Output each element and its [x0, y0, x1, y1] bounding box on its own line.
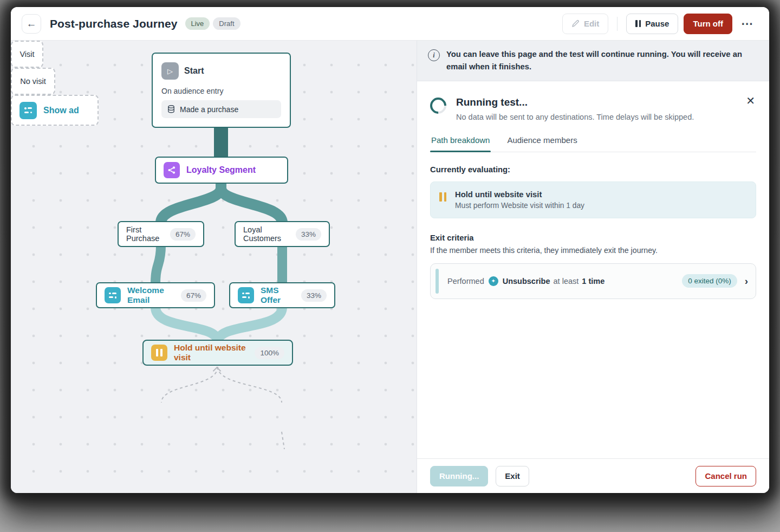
exit-button[interactable]: Exit: [496, 466, 529, 486]
action-node-label: Welcome Email: [127, 286, 174, 305]
running-button[interactable]: Running...: [430, 466, 488, 486]
close-panel-button[interactable]: ✕: [746, 94, 755, 107]
panel-footer: Running... Exit Cancel run: [417, 458, 769, 493]
node-start[interactable]: ▷ Start On audience entry Made a purchas…: [152, 53, 291, 128]
pencil-icon: [571, 20, 580, 28]
info-banner: i You can leave this page and the test w…: [417, 41, 769, 81]
test-run-panel: i You can leave this page and the test w…: [417, 41, 769, 493]
times-value: 1 time: [582, 277, 604, 286]
branch-label: First Purchase: [126, 225, 164, 243]
running-test-subtitle: No data will be sent to any destinations…: [456, 113, 694, 121]
metric-icon: ✦: [489, 276, 498, 286]
panel-tabs: Path breakdown Audience members: [430, 135, 756, 152]
currently-evaluating-label: Currently evaluating:: [430, 165, 756, 174]
start-trigger-label: Made a purchase: [180, 105, 238, 114]
panel-body: ✕ Running test... No data will be sent t…: [417, 81, 769, 458]
node-first-purchase[interactable]: First Purchase 67%: [118, 221, 204, 247]
pause-icon: [635, 20, 641, 27]
evaluating-step-title: Hold until website visit: [455, 190, 584, 199]
header-actions: Edit Pause Turn off ⋯: [562, 14, 757, 34]
action-percent-badge: 33%: [301, 289, 327, 302]
node-welcome-email[interactable]: Welcome Email 67%: [96, 282, 215, 308]
hold-percent-badge: 100%: [255, 347, 284, 359]
back-arrow-icon: ←: [27, 18, 37, 30]
tab-audience-members[interactable]: Audience members: [506, 135, 578, 152]
action-percent-badge: 67%: [181, 289, 206, 302]
branch-percent-badge: 33%: [296, 228, 321, 241]
currently-evaluating-card: Hold until website visit Must perform We…: [430, 181, 756, 218]
chevron-right-icon: ›: [745, 276, 748, 286]
node-hold-until-visit[interactable]: Hold until website visit 100%: [142, 340, 293, 366]
branch-percent-badge: 67%: [170, 228, 196, 241]
at-least-label: at least: [554, 277, 579, 286]
info-banner-text: You can leave this page and the test wil…: [446, 48, 756, 73]
start-node-title: Start: [184, 66, 204, 76]
more-menu-button[interactable]: ⋯: [738, 19, 757, 29]
app-window: ← Post-purchase Journey Live Draft Edit …: [11, 7, 769, 493]
branch-label: Loyal Customers: [243, 225, 289, 243]
info-icon: i: [428, 49, 440, 61]
node-sms-offer[interactable]: SMS Offer 33%: [229, 282, 335, 308]
header: ← Post-purchase Journey Live Draft Edit …: [11, 7, 769, 41]
metric-name: Unsubscribe: [503, 277, 550, 286]
journey-canvas[interactable]: ▷ Start On audience entry Made a purchas…: [11, 41, 417, 493]
exited-count-badge: 0 exited (0%): [682, 274, 737, 288]
hold-node-label: Hold until website visit: [174, 343, 248, 362]
header-divider: [617, 17, 618, 31]
pause-button[interactable]: Pause: [626, 14, 678, 34]
node-loyal-customers[interactable]: Loyal Customers 33%: [235, 221, 330, 247]
edit-button[interactable]: Edit: [562, 14, 608, 34]
evaluating-step-desc: Must perform Website visit within 1 day: [455, 202, 584, 210]
start-trigger-chip[interactable]: Made a purchase: [161, 100, 281, 118]
ellipsis-icon: ⋯: [741, 17, 754, 30]
play-icon: ▷: [161, 62, 179, 80]
close-icon: ✕: [746, 95, 755, 107]
edit-label: Edit: [584, 19, 599, 28]
action-node-label: SMS Offer: [261, 286, 295, 305]
exit-criteria-desc: If the member meets this criteria, they …: [430, 246, 756, 255]
running-test-title: Running test...: [456, 96, 694, 108]
turn-off-button[interactable]: Turn off: [684, 14, 732, 34]
back-button[interactable]: ←: [22, 14, 41, 34]
exit-criteria-title: Exit criteria: [430, 233, 756, 242]
turn-off-label: Turn off: [693, 19, 723, 28]
segment-node-label: Loyalty Segment: [186, 165, 256, 175]
node-loyalty-segment[interactable]: Loyalty Segment: [155, 157, 288, 184]
performed-label: Performed: [447, 277, 484, 286]
database-icon: [167, 105, 175, 113]
pause-icon: [439, 192, 446, 202]
cancel-run-button[interactable]: Cancel run: [696, 466, 756, 486]
sliders-icon: [238, 287, 254, 303]
status-badge-draft: Draft: [213, 17, 240, 30]
exit-criteria-row[interactable]: Performed ✦ Unsubscribe at least 1 time …: [430, 263, 756, 299]
sliders-icon: [105, 287, 121, 303]
start-node-subtitle: On audience entry: [161, 87, 281, 95]
status-badge-live: Live: [185, 17, 210, 30]
page-title: Post-purchase Journey: [50, 17, 178, 30]
tab-path-breakdown[interactable]: Path breakdown: [430, 135, 491, 152]
loading-spinner-icon: [427, 94, 450, 117]
split-icon: [164, 162, 180, 178]
pause-label: Pause: [645, 19, 669, 28]
pause-icon: [151, 345, 167, 361]
